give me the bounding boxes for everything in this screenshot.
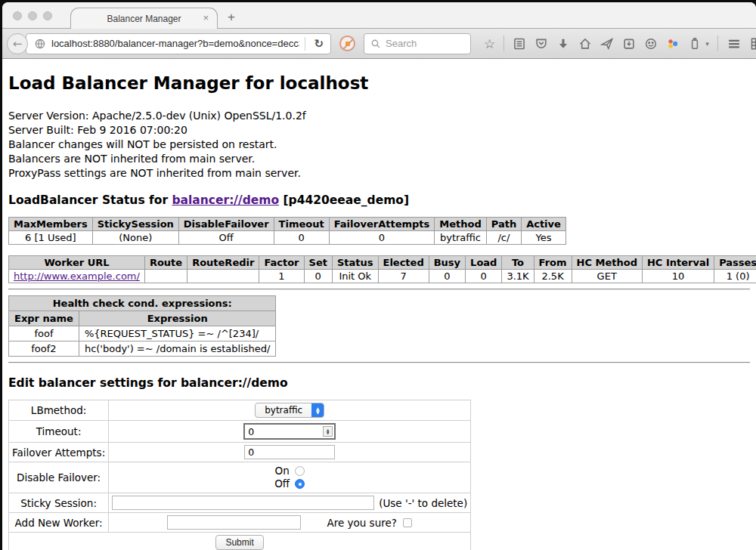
globe-icon — [34, 38, 46, 50]
sticky-session-hint: (Use '-' to delete) — [374, 497, 467, 509]
search-input[interactable]: Search — [386, 38, 417, 49]
col-header: StickySession — [92, 218, 178, 231]
notice-balancers: Balancers are NOT inherited from main se… — [8, 152, 750, 166]
col-header: Load — [466, 256, 502, 270]
form-row: Submit — [9, 533, 471, 550]
col-header: RouteRedir — [187, 256, 259, 270]
submit-button[interactable]: Submit — [215, 535, 263, 550]
add-new-worker-input[interactable] — [167, 515, 301, 530]
window-controls — [13, 11, 52, 20]
table-row: http://www.example.com/ 1 0 Init Ok 7 0 … — [9, 270, 756, 283]
are-you-sure-checkbox[interactable] — [403, 518, 412, 527]
browser-window: Balancer Manager × + ← localhost:8880/ba… — [2, 2, 756, 550]
edit-balancer-form: LBmethod: bytraffic ▲▼ Timeout: ▲▼ — [8, 400, 471, 550]
minimize-window-button[interactable] — [28, 11, 37, 20]
sticky-session-input[interactable] — [112, 496, 374, 510]
failover-attempts-input[interactable] — [244, 445, 335, 459]
cell — [144, 270, 187, 283]
url-input[interactable]: localhost:8880/balancer-manager?b=demo&n… — [51, 38, 299, 49]
cell: Are you sure? — [109, 513, 471, 533]
notice-persist: Balancer changes will NOT be persisted o… — [8, 138, 750, 152]
balancer-status-table: MaxMembers StickySession DisableFailover… — [8, 217, 566, 245]
toolbar-icons: ☆ — [484, 36, 756, 51]
close-window-button[interactable] — [13, 11, 22, 20]
status-heading-suffix: [p4420eeae_demo] — [279, 193, 409, 207]
balancer-demo-link[interactable]: balancer://demo — [172, 193, 279, 207]
emoji-icon[interactable] — [644, 37, 658, 51]
cell: Init Ok — [332, 270, 378, 283]
col-header: Set — [304, 256, 332, 270]
col-header: HC Method — [572, 256, 642, 270]
disable-failover-on-radio[interactable] — [295, 466, 305, 476]
form-row: LBmethod: bytraffic ▲▼ — [9, 400, 471, 421]
tab-balancer-manager[interactable]: Balancer Manager × — [70, 8, 218, 29]
cell: 1 — [259, 270, 304, 283]
search-bar[interactable]: Search — [364, 33, 471, 54]
section-divider — [8, 289, 750, 290]
overflow-caret-icon[interactable]: ▾ — [705, 40, 709, 48]
col-header: Method — [435, 218, 486, 231]
timeout-input[interactable] — [243, 423, 336, 440]
radio-on-label: On — [275, 465, 290, 477]
tile-grid-icon[interactable] — [750, 36, 756, 51]
page-title: Load Balancer Manager for localhost — [8, 73, 750, 93]
cell: (None) — [92, 231, 178, 245]
failover-attempts-label: Failover Attempts: — [9, 443, 109, 462]
timeout-label: Timeout: — [9, 421, 109, 443]
col-header: Route — [144, 256, 187, 270]
header-row: MaxMembers StickySession DisableFailover… — [9, 218, 566, 231]
server-built: Server Built: Feb 9 2016 07:00:20 — [8, 123, 750, 138]
health-check-table: Health check cond. expressions: Expr nam… — [8, 295, 276, 357]
col-header: Passes — [714, 256, 756, 270]
table-row: foof2 hc('body') =~ /domain is establish… — [9, 341, 276, 357]
cell: foof — [9, 326, 79, 341]
form-row: Sticky Session: (Use '-' to delete) — [9, 493, 471, 513]
reload-icon[interactable]: ↻ — [311, 37, 327, 51]
loadbalancer-status-heading: LoadBalancer Status for balancer://demo … — [8, 193, 750, 207]
home-icon[interactable] — [578, 37, 592, 51]
url-bar[interactable]: localhost:8880/balancer-manager?b=demo&n… — [26, 33, 331, 54]
col-header: Expression — [79, 311, 276, 326]
content-blocked-icon[interactable] — [339, 36, 355, 51]
lbmethod-label: LBmethod: — [9, 400, 109, 421]
lbmethod-select[interactable]: bytraffic ▲▼ — [255, 403, 324, 418]
back-button[interactable]: ← — [7, 33, 28, 54]
table-row: foof %{REQUEST_STATUS} =~ /^[234]/ — [9, 326, 276, 341]
cell: On Off — [109, 462, 471, 493]
download-arrow-icon[interactable] — [556, 37, 570, 51]
number-stepper-icon[interactable]: ▲▼ — [323, 426, 333, 437]
page-content: Load Balancer Manager for localhost Serv… — [2, 73, 756, 550]
new-tab-button[interactable]: + — [228, 10, 235, 25]
cell: 10 — [642, 270, 714, 283]
urlbar-divider — [305, 37, 305, 51]
col-header: Path — [486, 218, 521, 231]
tab-close-icon[interactable]: × — [203, 13, 209, 23]
cell: 0 — [466, 270, 502, 283]
color-dots-icon[interactable] — [666, 37, 680, 51]
cell: 7 — [378, 270, 429, 283]
section-divider — [8, 362, 750, 363]
pocket-icon[interactable] — [534, 37, 548, 51]
battery-clipboard-icon[interactable] — [688, 37, 702, 51]
notice-proxypass: ProxyPass settings are NOT inherited fro… — [8, 166, 750, 181]
disable-failover-label: Disable Failover: — [9, 462, 109, 493]
disable-failover-off-radio[interactable] — [295, 479, 305, 489]
cell: Yes — [522, 231, 566, 245]
downloads-panel-icon[interactable] — [622, 37, 636, 51]
col-header: Expr name — [9, 311, 79, 326]
col-header: Worker URL — [9, 256, 145, 270]
cell: hc('body') =~ /domain is established/ — [79, 341, 276, 357]
form-row: Failover Attempts: — [9, 443, 471, 462]
zoom-window-button[interactable] — [43, 11, 52, 20]
col-header: From — [534, 256, 572, 270]
reading-list-icon[interactable] — [513, 37, 526, 51]
cell — [109, 443, 471, 462]
table-row: 6 [1 Used] (None) Off 0 0 bytraffic /c/ … — [9, 231, 566, 245]
worker-url-link[interactable]: http://www.example.com/ — [14, 270, 140, 282]
bookmark-star-icon[interactable]: ☆ — [484, 37, 495, 51]
col-header: Busy — [429, 256, 465, 270]
menu-hamburger-icon[interactable] — [727, 36, 742, 51]
header-row: Expr name Expression — [9, 311, 276, 326]
health-table-title: Health check cond. expressions: — [9, 296, 276, 311]
send-icon[interactable] — [600, 37, 614, 51]
